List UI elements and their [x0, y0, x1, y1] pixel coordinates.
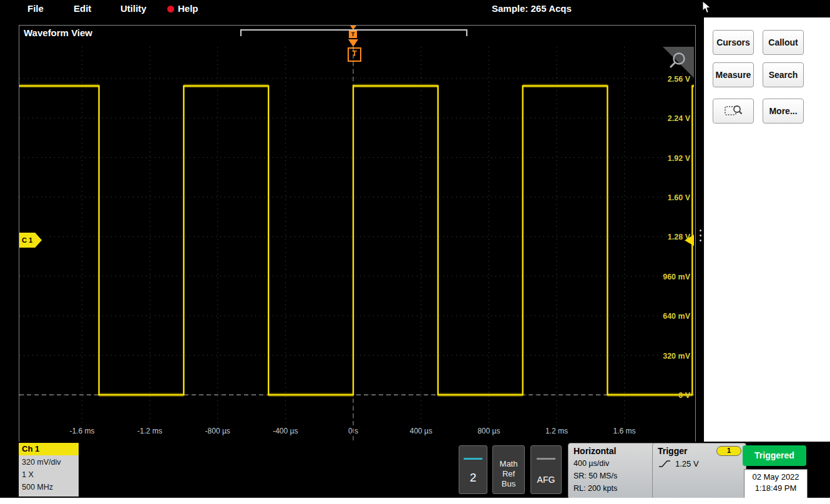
- trigger-source-badge: 1: [716, 446, 741, 456]
- svg-text:2.56 V: 2.56 V: [668, 75, 691, 84]
- menu-utility[interactable]: Utility: [120, 3, 147, 14]
- trigger-settings-panel[interactable]: Trigger 1 1.25 V: [652, 443, 746, 499]
- afg-button[interactable]: AFG: [530, 445, 562, 494]
- trigger-position-arrow-icon[interactable]: [348, 39, 358, 47]
- horizontal-sample-rate: SR: 50 MS/s: [574, 470, 655, 482]
- trigger-level: 1.25 V: [675, 459, 699, 468]
- svg-text:1.60 V: 1.60 V: [668, 193, 691, 202]
- svg-text:0 V: 0 V: [678, 391, 690, 400]
- record-trigger-t-icon: T: [349, 31, 357, 38]
- trigger-status-badge: Triggered: [743, 445, 806, 466]
- measure-button[interactable]: Measure: [713, 62, 754, 87]
- zoom-button[interactable]: [713, 99, 754, 124]
- callout-button[interactable]: Callout: [763, 30, 804, 55]
- horizontal-title: Horizontal: [574, 445, 655, 457]
- channel-2-label: 2: [459, 471, 487, 485]
- record-trigger-arrow-icon: [350, 26, 356, 30]
- bottom-bar: Ch 1 320 mV/div 1 X 500 MHz 2 Math Ref B…: [0, 442, 830, 498]
- date-label: 02 May 2022: [745, 472, 807, 483]
- svg-text:1.6 ms: 1.6 ms: [613, 427, 636, 435]
- afg-label: AFG: [531, 475, 561, 485]
- svg-text:-400 µs: -400 µs: [273, 427, 298, 435]
- right-toolbar: Cursors Callout Measure Search More...: [704, 17, 830, 442]
- time-label: 1:18:49 PM: [745, 483, 807, 494]
- menu-help[interactable]: Help: [167, 3, 198, 14]
- channel-1-settings: 320 mV/div 1 X 500 MHz: [19, 455, 79, 497]
- bus-label: Bus: [493, 479, 524, 489]
- graticule[interactable]: 2.56 V2.24 V1.92 V1.60 V1.28 V960 mV640 …: [19, 47, 694, 441]
- more-button[interactable]: More...: [763, 99, 804, 124]
- svg-text:400 µs: 400 µs: [410, 427, 432, 435]
- channel-1-bandwidth: 500 MHz: [22, 481, 76, 493]
- channel-1-attenuation: 1 X: [22, 468, 76, 481]
- svg-text:640 mV: 640 mV: [663, 312, 690, 321]
- acquisition-status: Sample: 265 Acqs: [492, 3, 572, 14]
- horizontal-scale: 400 µs/div: [574, 457, 655, 470]
- bottom-strip: [0, 498, 830, 504]
- panel-splitter-handle[interactable]: [697, 226, 703, 245]
- menu-help-label: Help: [178, 3, 198, 14]
- search-button[interactable]: Search: [763, 62, 804, 87]
- svg-text:-1.6 ms: -1.6 ms: [69, 427, 94, 435]
- channel-1-card[interactable]: Ch 1 320 mV/div 1 X 500 MHz: [19, 443, 79, 495]
- channel-2-color-bar: [464, 458, 482, 460]
- mouse-cursor-icon: [702, 1, 712, 14]
- channel-1-scale: 320 mV/div: [22, 456, 76, 468]
- svg-text:800 µs: 800 µs: [477, 427, 500, 435]
- horizontal-record-length: RL: 200 kpts: [574, 482, 655, 495]
- math-ref-bus-button[interactable]: Math Ref Bus: [492, 445, 525, 494]
- waveform-view-title: Waveform View: [24, 27, 92, 38]
- svg-text:2.24 V: 2.24 V: [668, 114, 691, 123]
- zoom-icon: [724, 104, 743, 119]
- menu-edit[interactable]: Edit: [74, 3, 91, 14]
- datetime-display: 02 May 2022 1:18:49 PM: [744, 469, 808, 498]
- channel-2-button[interactable]: 2: [459, 445, 487, 494]
- ref-label: Ref: [493, 469, 524, 479]
- svg-text:-1.2 ms: -1.2 ms: [137, 427, 162, 435]
- menu-file[interactable]: File: [27, 3, 44, 14]
- menu-bar: File Edit Utility Help Sample: 265 Acqs: [0, 0, 830, 17]
- record-dot-icon: [167, 6, 174, 12]
- math-label: Math: [493, 459, 524, 469]
- afg-color-bar: [537, 458, 555, 460]
- rising-edge-icon: [658, 458, 671, 468]
- channel-1-title: Ch 1: [19, 443, 79, 455]
- svg-text:1.92 V: 1.92 V: [668, 154, 691, 163]
- svg-text:320 mV: 320 mV: [663, 352, 690, 361]
- svg-text:-800 µs: -800 µs: [205, 427, 230, 435]
- waveform-view-panel: Waveform View T T 2.56 V2.24 V1.92 V1.60…: [19, 25, 696, 443]
- cursors-button[interactable]: Cursors: [713, 30, 754, 55]
- svg-text:1.2 ms: 1.2 ms: [545, 427, 568, 435]
- horizontal-settings-panel[interactable]: Horizontal 400 µs/div SR: 50 MS/s RL: 20…: [568, 443, 660, 499]
- svg-text:0 s: 0 s: [348, 427, 358, 435]
- svg-text:960 mV: 960 mV: [663, 273, 690, 281]
